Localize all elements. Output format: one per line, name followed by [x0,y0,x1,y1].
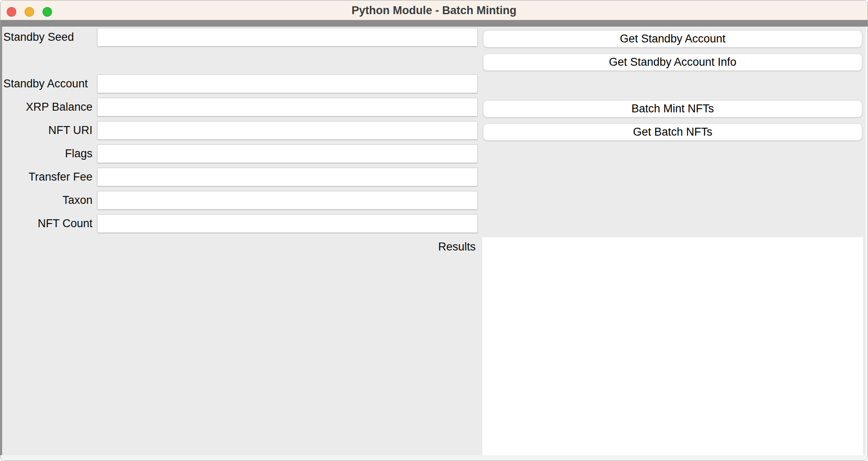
nft-uri-label: NFT URI [3,121,92,140]
window-bottom-edge [0,455,868,461]
flags-input[interactable] [97,144,478,163]
standby-account-input[interactable] [97,74,478,93]
titlebar-separator [0,20,868,27]
standby-account-label: Standby Account [3,74,92,93]
xrp-balance-input[interactable] [97,98,478,116]
window-title: Python Module - Batch Minting [0,0,868,20]
get-standby-account-button[interactable]: Get Standby Account [483,30,862,47]
main-content: Standby Seed Standby Account XRP Balance… [0,27,868,461]
transfer-fee-label: Transfer Fee [3,168,92,186]
xrp-balance-label: XRP Balance [3,98,92,116]
nft-count-label: NFT Count [3,214,92,233]
nft-uri-input[interactable] [97,121,478,140]
taxon-input[interactable] [97,191,478,210]
titlebar: Python Module - Batch Minting [0,0,868,20]
taxon-label: Taxon [3,191,92,210]
nft-count-input[interactable] [97,214,478,233]
transfer-fee-input[interactable] [97,168,478,186]
results-textarea[interactable] [482,237,863,456]
standby-seed-label: Standby Seed [3,28,92,47]
results-label: Results [289,238,476,256]
get-batch-nfts-button[interactable]: Get Batch NFTs [483,124,862,141]
standby-seed-input[interactable] [97,28,478,47]
batch-mint-nfts-button[interactable]: Batch Mint NFTs [483,100,862,117]
flags-label: Flags [3,144,92,163]
app-window: Python Module - Batch Minting Standby Se… [0,0,868,461]
get-standby-account-info-button[interactable]: Get Standby Account Info [483,54,862,71]
